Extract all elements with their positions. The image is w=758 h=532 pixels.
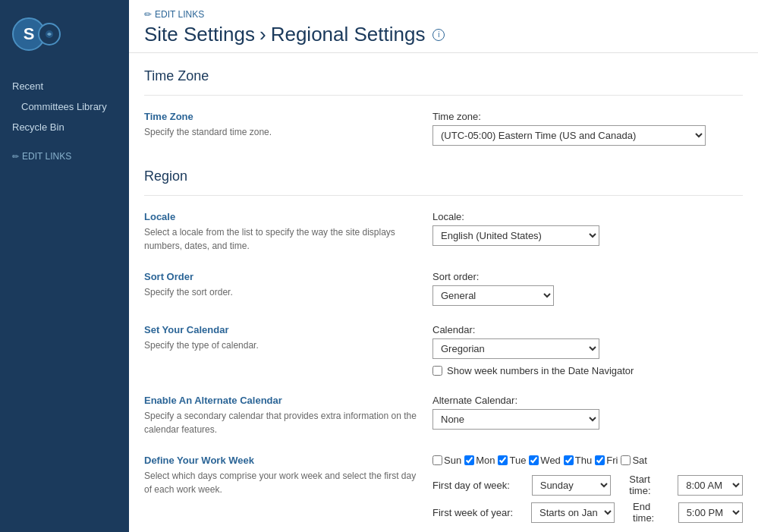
sort-order-select[interactable]: General Phonetic Traditional — [432, 285, 554, 306]
work-week-name: Define Your Work Week — [144, 455, 417, 466]
alternate-calendar-desc: Specify a secondary calendar that provid… — [144, 409, 417, 436]
first-day-row: First day of week: Sunday Monday Tuesday… — [432, 474, 743, 496]
calendar-control-col: Calendar: Gregorian Hijri Hebrew Thai Bu… — [432, 324, 743, 376]
sidebar-item-committees-library[interactable]: Committees Library — [0, 96, 129, 117]
title-main: Site Settings — [144, 23, 255, 46]
alternate-calendar-row: Enable An Alternate Calendar Specify a s… — [144, 395, 743, 436]
day-sun: Sun — [432, 455, 461, 466]
week-numbers-checkbox[interactable] — [432, 366, 442, 376]
start-time-select[interactable]: 8:00 AM 9:00 AM — [678, 475, 743, 496]
first-week-row: First week of year: Starts on Jan 1 Star… — [432, 501, 743, 524]
day-tue-checkbox[interactable] — [498, 455, 508, 465]
day-mon-checkbox[interactable] — [464, 455, 474, 465]
alternate-calendar-control-col: Alternate Calendar: None Hijri Hebrew Th… — [432, 395, 743, 436]
first-week-label: First week of year: — [432, 507, 525, 518]
calendar-row: Set Your Calendar Specify the type of ca… — [144, 324, 743, 376]
timezone-label-col: Time Zone Specify the standard time zone… — [144, 111, 432, 146]
sort-order-label-col: Sort Order Specify the sort order. — [144, 271, 432, 306]
alternate-calendar-label-col: Enable An Alternate Calendar Specify a s… — [144, 395, 432, 436]
day-mon: Mon — [464, 455, 495, 466]
alternate-calendar-select[interactable]: None Hijri Hebrew Thai Buddhist — [432, 409, 599, 430]
sidebar-logo: S — [0, 0, 129, 68]
locale-label-col: Locale Select a locale from the list to … — [144, 211, 432, 253]
work-week-desc: Select which days comprise your work wee… — [144, 469, 417, 496]
locale-select[interactable]: English (United States) English (United … — [432, 225, 599, 246]
content-area: Time Zone Time Zone Specify the standard… — [129, 53, 758, 532]
work-week-label-col: Define Your Work Week Select which days … — [144, 455, 432, 524]
day-fri-checkbox[interactable] — [595, 455, 605, 465]
sort-order-name: Sort Order — [144, 271, 417, 282]
day-thu-checkbox[interactable] — [564, 455, 574, 465]
end-time-label: End time: — [633, 501, 672, 524]
sidebar: S Recent Committees Library Recycle Bin … — [0, 0, 129, 532]
day-fri: Fri — [595, 455, 618, 466]
start-time-label: Start time: — [629, 474, 672, 496]
day-mon-label[interactable]: Mon — [476, 455, 495, 466]
alternate-calendar-field-label: Alternate Calendar: — [432, 395, 743, 406]
page-header: ✏ EDIT LINKS Site Settings › Regional Se… — [129, 0, 758, 53]
day-fri-label[interactable]: Fri — [606, 455, 618, 466]
work-week-control-col: Sun Mon Tue — [432, 455, 743, 524]
sidebar-nav: Recent Committees Library Recycle Bin — [0, 68, 129, 145]
day-sat-label[interactable]: Sat — [632, 455, 647, 466]
locale-field-label: Locale: — [432, 211, 743, 222]
sidebar-item-recycle-bin[interactable]: Recycle Bin — [0, 117, 129, 137]
timezone-desc: Specify the standard time zone. — [144, 125, 417, 139]
day-wed-label[interactable]: Wed — [540, 455, 561, 466]
sidebar-item-recent[interactable]: Recent — [0, 76, 129, 96]
first-day-label: First day of week: — [432, 480, 526, 491]
timezone-control-col: Time zone: (UTC-05:00) Eastern Time (US … — [432, 111, 743, 146]
first-week-select[interactable]: Starts on Jan 1 Starts on Jan 4 Starts o… — [531, 502, 615, 523]
locale-desc: Select a locale from the list to specify… — [144, 225, 417, 253]
region-divider — [144, 195, 743, 196]
day-thu: Thu — [564, 455, 592, 466]
week-numbers-label[interactable]: Show week numbers in the Date Navigator — [447, 365, 634, 376]
end-time-select[interactable]: 5:00 PM 6:00 PM — [678, 502, 743, 523]
sidebar-edit-links[interactable]: ✏ EDIT LINKS — [0, 145, 129, 168]
sort-order-field-label: Sort order: — [432, 271, 743, 282]
day-thu-label[interactable]: Thu — [575, 455, 592, 466]
timezone-row: Time Zone Specify the standard time zone… — [144, 111, 743, 146]
week-numbers-row: Show week numbers in the Date Navigator — [432, 365, 743, 376]
timezone-field-label: Time zone: — [432, 111, 743, 122]
edit-links-top[interactable]: ✏ EDIT LINKS — [144, 9, 743, 20]
day-wed-checkbox[interactable] — [529, 455, 539, 465]
info-icon[interactable]: i — [432, 29, 445, 41]
site-logo-icon — [38, 23, 61, 46]
sort-order-desc: Specify the sort order. — [144, 285, 417, 299]
day-sun-checkbox[interactable] — [432, 455, 442, 465]
region-section-heading: Region — [144, 168, 743, 184]
edit-links-top-label: EDIT LINKS — [155, 9, 204, 20]
calendar-field-label: Calendar: — [432, 324, 743, 335]
timezone-section: Time Zone Time Zone Specify the standard… — [144, 68, 743, 146]
calendar-name: Set Your Calendar — [144, 324, 417, 335]
workweek-selects: First day of week: Sunday Monday Tuesday… — [432, 474, 743, 524]
calendar-desc: Specify the type of calendar. — [144, 338, 417, 352]
day-sat-checkbox[interactable] — [621, 455, 631, 465]
timezone-divider — [144, 95, 743, 96]
day-sun-label[interactable]: Sun — [444, 455, 461, 466]
day-tue-label[interactable]: Tue — [509, 455, 526, 466]
day-tue: Tue — [498, 455, 526, 466]
pencil-icon-top: ✏ — [144, 9, 152, 20]
locale-control-col: Locale: English (United States) English … — [432, 211, 743, 253]
page-title: Site Settings › Regional Settings i — [144, 23, 743, 46]
alternate-calendar-name: Enable An Alternate Calendar — [144, 395, 417, 406]
title-sub: Regional Settings — [271, 23, 426, 46]
day-sat: Sat — [621, 455, 647, 466]
locale-row: Locale Select a locale from the list to … — [144, 211, 743, 253]
main-content: ✏ EDIT LINKS Site Settings › Regional Se… — [129, 0, 758, 532]
work-week-row: Define Your Work Week Select which days … — [144, 455, 743, 524]
timezone-select[interactable]: (UTC-05:00) Eastern Time (US and Canada)… — [432, 125, 706, 146]
timezone-section-heading: Time Zone — [144, 68, 743, 84]
region-section: Region Locale Select a locale from the l… — [144, 168, 743, 532]
title-arrow: › — [259, 23, 266, 46]
calendar-select[interactable]: Gregorian Hijri Hebrew Thai Buddhist — [432, 338, 599, 359]
calendar-label-col: Set Your Calendar Specify the type of ca… — [144, 324, 432, 376]
sort-order-row: Sort Order Specify the sort order. Sort … — [144, 271, 743, 306]
first-day-select[interactable]: Sunday Monday Tuesday — [532, 475, 612, 496]
day-wed: Wed — [529, 455, 561, 466]
pencil-icon: ✏ — [12, 152, 19, 162]
locale-name: Locale — [144, 211, 417, 222]
sidebar-edit-links-label: EDIT LINKS — [22, 151, 71, 162]
